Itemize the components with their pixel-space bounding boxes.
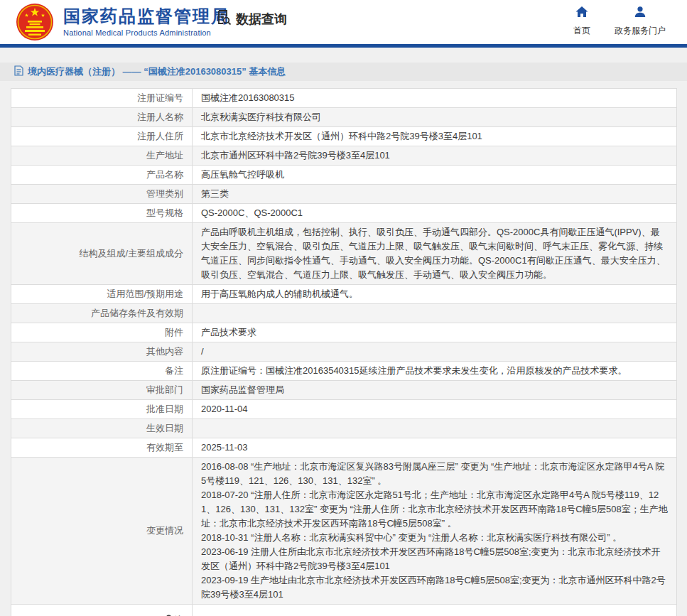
nav-portal-label: 政务服务门户 — [615, 25, 666, 37]
row-label: 产品储存条件及有效期 — [11, 304, 193, 323]
row-production-address: 生产地址 北京市通州区环科中路2号院39号楼3至4层101 — [11, 146, 677, 166]
row-effective-date: 生效日期 — [11, 419, 677, 438]
row-label: 注册人住所 — [11, 127, 193, 146]
row-value: 2020-11-04 — [193, 400, 677, 419]
row-structure-composition: 结构及组成/主要组成成分 产品由呼吸机主机组成，包括控制、执行、吸引负压、手动通… — [11, 223, 677, 285]
home-icon — [575, 5, 589, 22]
row-value: 原注册证编号：国械注准20163540315延续注册产品技术要求未发生变化，沿用… — [193, 362, 677, 381]
document-icon — [14, 65, 28, 78]
row-value: 用于高压氧舱内成人的辅助机械通气。 — [193, 285, 677, 304]
nav-home-label: 首页 — [573, 25, 590, 37]
row-approval-date: 批准日期 2020-11-04 — [11, 400, 677, 419]
registration-info-table: 注册证编号 国械注准20163080315 注册人名称 北京秋满实医疗科技有限公… — [11, 88, 677, 616]
row-label: 其他内容 — [11, 342, 193, 362]
row-value: QS-2000C、QS-2000C1 — [193, 204, 677, 223]
top-nav: 首页 政务服务门户 — [573, 5, 666, 37]
row-value: 国家药品监督管理局 — [193, 381, 677, 400]
row-other-content: 其他内容 / — [11, 342, 677, 362]
page-title: 境内医疗器械（注册） —— “国械注准20163080315” 基本信息 — [28, 65, 286, 78]
row-label: 生产地址 — [11, 146, 193, 166]
row-label: 型号规格 — [11, 204, 193, 223]
row-remarks: 备注 原注册证编号：国械注准20163540315延续注册产品技术要求未发生变化… — [11, 362, 677, 381]
row-label: 注册人名称 — [11, 108, 193, 127]
row-value: 产品由呼吸机主机组成，包括控制、执行、吸引负压、手动通气四部分。QS-2000C… — [193, 223, 677, 285]
row-value: 2016-08-08 “生产地址：北京市海淀区复兴路83号附属A座三层” 变更为… — [193, 458, 677, 605]
row-attachment: 附件 产品技术要求 — [11, 323, 677, 342]
row-management-class: 管理类别 第三类 — [11, 185, 677, 204]
row-value: 2025-11-03 — [193, 438, 677, 458]
row-label: 管理类别 — [11, 185, 193, 204]
data-query-heading: 数据查询 — [215, 9, 287, 29]
row-value: 北京秋满实医疗科技有限公司 — [193, 108, 677, 127]
row-value: 北京市北京经济技术开发区（通州）环科中路2号院39号楼3至4层101 — [193, 127, 677, 146]
row-value: 北京市通州区环科中路2号院39号楼3至4层101 — [193, 146, 677, 166]
row-value: / — [193, 342, 677, 362]
nav-home[interactable]: 首页 — [573, 5, 590, 37]
header-divider-bar — [0, 44, 687, 48]
user-icon — [633, 5, 647, 22]
row-label: 附件 — [11, 323, 193, 342]
row-registrant-address: 注册人住所 北京市北京经济技术开发区（通州）环科中路2号院39号楼3至4层101 — [11, 127, 677, 146]
row-change-history: 变更情况 2016-08-08 “生产地址：北京市海淀区复兴路83号附属A座三层… — [11, 458, 677, 605]
row-label: 注册证编号 — [11, 89, 193, 108]
row-value: 第三类 — [193, 185, 677, 204]
site-header: 国家药品监督管理局 National Medical Products Admi… — [0, 0, 687, 44]
row-value: 国械注准20163080315 — [193, 89, 677, 108]
row-product-name: 产品名称 高压氧舱气控呼吸机 — [11, 166, 677, 185]
org-title-en: National Medical Products Administration — [63, 28, 229, 37]
row-storage-validity: 产品储存条件及有效期 — [11, 304, 677, 323]
nav-portal[interactable]: 政务服务门户 — [615, 5, 666, 37]
row-value — [193, 419, 677, 438]
row-label: 备注 — [11, 362, 193, 381]
row-label: 审批部门 — [11, 381, 193, 400]
row-label: 适用范围/预期用途 — [11, 285, 193, 304]
brand: 国家药品监督管理局 National Medical Products Admi… — [16, 3, 229, 44]
row-approval-department: 审批部门 国家药品监督管理局 — [11, 381, 677, 400]
row-label: 产品名称 — [11, 166, 193, 185]
row-label: 批准日期 — [11, 400, 193, 419]
row-label: 生效日期 — [11, 419, 193, 438]
document-search-icon — [215, 9, 236, 29]
row-model-spec: 型号规格 QS-2000C、QS-2000C1 — [11, 204, 677, 223]
row-intended-use: 适用范围/预期用途 用于高压氧舱内成人的辅助机械通气。 — [11, 285, 677, 304]
row-label: 结构及组成/主要组成成分 — [11, 223, 193, 285]
row-value: 高压氧舱气控呼吸机 — [193, 166, 677, 185]
row-registrant-name: 注册人名称 北京秋满实医疗科技有限公司 — [11, 108, 677, 127]
row-cert-number: 注册证编号 国械注准20163080315 — [11, 89, 677, 108]
row-label: 注 — [11, 605, 193, 616]
row-value: 产品技术要求 — [193, 323, 677, 342]
registration-info-table-wrap: 注册证编号 国械注准20163080315 注册人名称 北京秋满实医疗科技有限公… — [11, 88, 677, 616]
page-title-bar: 境内医疗器械（注册） —— “国械注准20163080315” 基本信息 — [0, 63, 687, 81]
org-title-cn: 国家药品监督管理局 — [63, 7, 229, 26]
row-label: 变更情况 — [11, 458, 193, 605]
row-valid-until: 有效期至 2025-11-03 — [11, 438, 677, 458]
national-emblem-icon — [16, 3, 54, 44]
row-label: 有效期至 — [11, 438, 193, 458]
row-note: 注 详情 — [11, 605, 677, 616]
row-value: 详情 — [193, 605, 677, 616]
row-value — [193, 304, 677, 323]
data-query-label: 数据查询 — [236, 11, 287, 28]
